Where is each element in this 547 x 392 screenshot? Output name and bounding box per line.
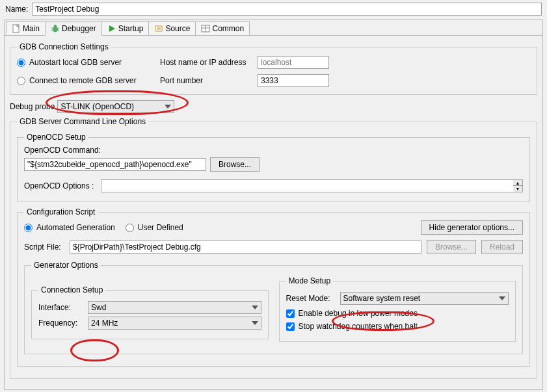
mode-setup: Mode Setup Reset Mode: Software system r… [279,276,516,342]
tab-label: Startup [118,24,144,33]
hide-generator-button[interactable]: Hide generator options... [421,220,523,235]
svg-point-2 [54,25,57,28]
tab-label: Debugger [62,24,96,33]
openocd-browse-button[interactable]: Browse... [210,157,260,172]
port-input[interactable] [258,74,329,87]
tab-label: Source [165,24,190,33]
enable-lp-checkbox[interactable] [286,309,295,318]
host-label: Host name or IP address [160,58,251,67]
port-label: Port number [160,76,251,85]
openocd-opts-input[interactable] [101,179,513,192]
tab-source[interactable]: Source [148,21,196,35]
tab-bar: Main Debugger Startup Source Common [5,20,542,36]
stop-wd-label: Stop watchdog counters when halt [299,322,418,331]
gdb-connection-settings: GDB Connection Settings Autostart local … [10,42,537,95]
script-file-label: Script File: [24,242,64,252]
script-file-input[interactable] [70,241,421,254]
automated-radio[interactable] [24,224,33,232]
remote-radio[interactable] [17,77,25,85]
table-icon [201,24,210,33]
connection-setup: Connection Setup Interface: Swd Frequenc… [31,285,269,339]
gen-opts-legend: Generator Options [31,261,101,270]
tab-main[interactable]: Main [6,21,46,35]
name-input[interactable] [32,3,542,16]
reset-mode-select[interactable]: Software system reset [340,292,509,305]
page-icon [12,24,21,33]
tab-label: Main [23,24,40,33]
svg-rect-8 [155,26,162,31]
gdb-server-cmdline-options: GDB Server Command Line Options OpenOCD … [10,117,537,379]
openocd-legend: OpenOCD Setup [24,133,88,142]
mode-setup-legend: Mode Setup [286,276,334,285]
openocd-opts-label: OpenOCD Options : [24,181,96,190]
autostart-label: Autostart local GDB server [29,58,122,67]
frequency-label: Frequency: [38,319,83,328]
generator-options: Generator Options Connection Setup Inter… [24,261,523,354]
spinner-up-icon[interactable]: ▲ [513,180,522,186]
debug-probe-select[interactable]: ST-LINK (OpenOCD) [57,100,174,113]
openocd-setup: OpenOCD Setup OpenOCD Command: Browse...… [17,133,530,202]
userdef-radio[interactable] [126,224,134,232]
frequency-select[interactable]: 24 MHz [88,317,261,330]
tab-debugger[interactable]: Debugger [45,21,102,36]
source-icon [154,24,163,33]
openocd-cmd-input[interactable] [24,158,206,171]
gdb-legend: GDB Connection Settings [17,42,111,51]
svg-marker-7 [109,25,115,32]
openocd-cmd-label: OpenOCD Command: [24,146,523,155]
host-input[interactable] [258,56,329,69]
name-label: Name: [5,5,28,14]
tab-common[interactable]: Common [195,21,250,35]
stop-wd-checkbox[interactable] [286,322,295,331]
spinner-down-icon[interactable]: ▼ [513,186,522,192]
reset-mode-label: Reset Mode: [286,294,335,303]
remote-label: Connect to remote GDB server [29,76,137,85]
script-reload-button: Reload [481,240,523,254]
interface-select[interactable]: Swd [88,301,261,314]
tab-label: Common [212,24,244,33]
debug-probe-label: Debug probe [10,102,55,111]
interface-label: Interface: [38,303,83,312]
tab-startup[interactable]: Startup [101,21,150,35]
autostart-radio[interactable] [17,59,25,67]
config-script-legend: Configuration Script [24,207,98,216]
conn-setup-legend: Connection Setup [38,285,105,294]
bug-icon [51,24,60,33]
enable-lp-label: Enable debug in low power modes [299,309,418,318]
automated-label: Automated Generation [36,223,115,232]
server-opts-legend: GDB Server Command Line Options [17,117,148,126]
configuration-script: Configuration Script Automated Generatio… [17,207,530,367]
script-browse-button: Browse... [427,240,476,254]
userdef-label: User Defined [138,223,183,232]
play-icon [107,24,116,33]
